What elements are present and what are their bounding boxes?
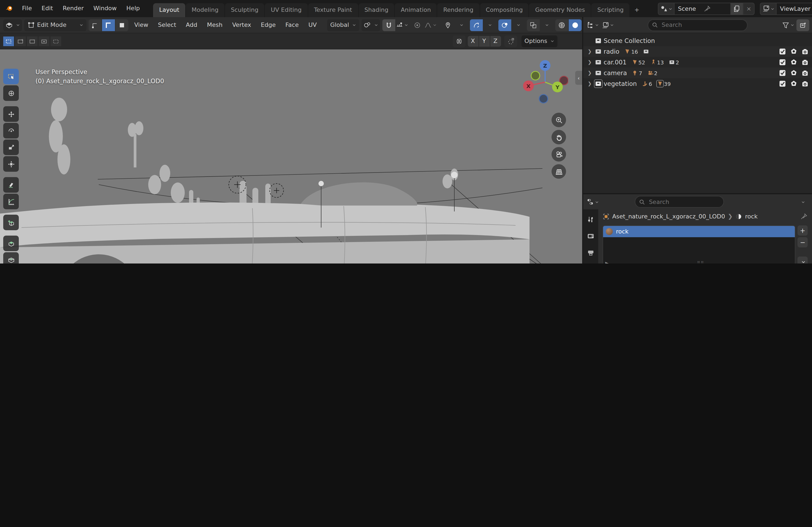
gizmo-settings-chevron[interactable] [483,19,496,31]
tab-uv-editing[interactable]: UV Editing [265,3,307,17]
scene-icon[interactable] [658,2,674,15]
tool-annotate[interactable] [3,177,19,193]
select-intersect-button[interactable] [50,36,61,46]
scene-copy-button[interactable] [731,2,743,15]
menu-file[interactable]: File [17,3,37,15]
viewport-menu-uv[interactable]: UV [305,21,320,28]
menu-edit[interactable]: Edit [37,3,58,15]
snap-settings-dropdown[interactable] [396,19,409,31]
outliner-row-camera[interactable]: ❯ camera 7 2 [583,67,812,78]
disable-render-icon[interactable] [801,69,809,77]
outliner-row-radio[interactable]: ❯ radio 16 [583,46,812,57]
toggle-xray-button[interactable] [527,19,540,31]
viewport-menu-edge[interactable]: Edge [257,21,279,28]
tab-texture-paint[interactable]: Texture Paint [308,3,358,17]
add-slot-button[interactable]: + [798,225,808,236]
outliner-filter-button[interactable] [781,19,794,31]
outliner-editor-type-button[interactable] [586,19,599,31]
viewport-menu-face[interactable]: Face [282,21,303,28]
show-overlays-button[interactable] [498,19,511,31]
expand-icon[interactable]: ❯ [586,81,593,86]
proportional-editing-button[interactable] [411,19,424,31]
object-visibility-dropdown[interactable] [441,19,454,31]
xray-chevron[interactable] [540,19,553,31]
outliner-row-scene-collection[interactable]: Scene Collection [583,35,812,46]
tab-animation[interactable]: Animation [395,3,437,17]
tool-transform[interactable] [3,156,19,172]
viewport-menu-mesh[interactable]: Mesh [203,21,226,28]
material-slot-list[interactable]: rock ▶ ⣿⣿ [603,225,795,264]
disable-render-icon[interactable] [801,80,809,88]
menu-render[interactable]: Render [58,3,88,15]
select-extend-button[interactable] [15,36,26,46]
shading-solid-button[interactable] [569,19,582,31]
tool-select-box[interactable] [3,69,19,84]
vertex-select-mode-button[interactable] [89,19,102,31]
face-select-mode-button[interactable] [115,19,128,31]
pin-icon[interactable] [800,212,808,220]
tab-tool[interactable] [583,214,598,225]
menu-window[interactable]: Window [89,3,122,15]
mirror-z-button[interactable]: Z [490,36,501,46]
tool-cursor[interactable] [3,85,19,101]
properties-editor-type-button[interactable] [586,196,599,208]
tool-move[interactable] [3,106,19,122]
viewport-menu-add[interactable]: Add [182,21,201,28]
tab-compositing[interactable]: Compositing [480,3,529,17]
proportional-falloff-dropdown[interactable] [424,19,437,31]
expand-icon[interactable]: ❯ [586,49,593,54]
exclude-checkbox-icon[interactable] [779,80,786,88]
shading-wireframe-button[interactable] [555,19,568,31]
expand-icon[interactable]: ❯ [586,60,593,65]
sidebar-collapse-arrow[interactable]: ‹ [575,71,582,85]
pin-icon[interactable] [704,5,711,12]
select-set-button[interactable] [3,36,14,46]
breadcrumb-material[interactable]: rock [745,213,758,220]
overlays-settings-chevron[interactable] [512,19,525,31]
select-subtract-button[interactable] [27,36,38,46]
mirror-icon[interactable] [452,35,465,47]
remove-slot-button[interactable]: − [798,237,808,247]
outliner-search-input[interactable] [661,21,743,29]
object-visibility-chevron[interactable] [455,19,468,31]
tab-render[interactable] [583,230,598,242]
tab-output[interactable] [583,247,598,259]
hide-viewport-icon[interactable] [790,69,798,77]
tab-scripting[interactable]: Scripting [592,3,630,17]
select-invert-button[interactable] [39,36,49,46]
edge-select-mode-button[interactable] [102,19,115,31]
properties-search-input[interactable] [648,198,720,206]
disable-render-icon[interactable] [801,48,809,55]
tool-rotate[interactable] [3,123,19,138]
scene-unlink-button[interactable]: × [743,2,755,15]
snap-toggle-button[interactable] [382,19,395,31]
menu-help[interactable]: Help [122,3,145,15]
exclude-checkbox-icon[interactable] [779,59,786,66]
hide-viewport-icon[interactable] [790,80,798,88]
snap-base-icon[interactable] [504,35,517,47]
tab-geometry-nodes[interactable]: Geometry Nodes [529,3,591,17]
pan-view-button[interactable] [552,130,566,144]
tab-rendering[interactable]: Rendering [437,3,479,17]
slot-specials-button[interactable] [798,257,808,264]
tool-inset-faces[interactable] [3,252,19,264]
new-collection-button[interactable] [796,19,809,31]
hide-viewport-icon[interactable] [790,59,798,66]
transform-orientation-dropdown[interactable]: Global [327,19,359,31]
camera-view-button[interactable] [552,147,566,162]
tab-modeling[interactable]: Modeling [186,3,224,17]
tab-layout[interactable]: Layout [153,3,185,17]
tab-shading[interactable]: Shading [359,3,394,17]
expand-icon[interactable]: ❯ [586,70,593,76]
exclude-checkbox-icon[interactable] [779,48,786,55]
pivot-point-dropdown[interactable] [361,19,380,31]
mirror-x-button[interactable]: X [467,36,478,46]
viewport-canvas[interactable]: User Perspective (0) Aset_nature_rock_L_… [0,49,582,264]
view-layer-name-field[interactable]: ViewLayer [776,2,812,15]
tool-add-cube[interactable] [3,215,19,230]
view-layer-icon[interactable] [760,2,776,15]
viewport-menu-view[interactable]: View [130,21,152,28]
mode-dropdown[interactable]: Edit Mode [24,19,86,31]
mirror-y-button[interactable]: Y [479,36,490,46]
disable-render-icon[interactable] [801,59,809,66]
